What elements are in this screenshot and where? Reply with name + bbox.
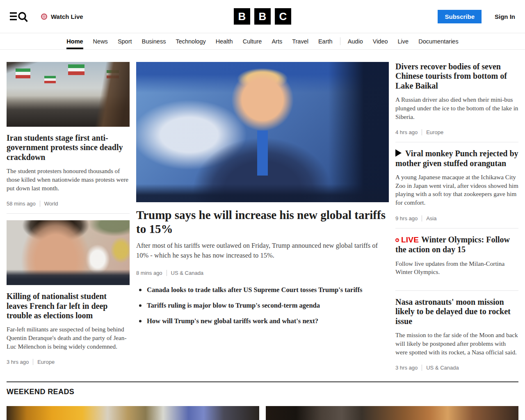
article-headline[interactable]: Iran students stage first anti-governmen… [7, 133, 130, 162]
nav-divider [340, 37, 340, 45]
page-header: Watch Live B B C Subscribe Sign In [0, 0, 525, 33]
nav-item-earth[interactable]: Earth [313, 33, 338, 49]
article-topic[interactable]: US & Canada [426, 365, 459, 371]
subscribe-button[interactable]: Subscribe [438, 10, 482, 23]
article-headline[interactable]: Viral monkey Punch rejected by mother gi… [395, 149, 518, 168]
story-divider [7, 213, 130, 214]
article-summary: A young Japanese macaque at the Ichikawa… [395, 173, 518, 207]
article-topic[interactable]: US & Canada [171, 270, 204, 276]
article-topic[interactable]: Asia [426, 215, 436, 221]
article-summary: Far-left militants are suspected of bein… [7, 325, 130, 351]
section-rule [7, 381, 518, 382]
meta-separator [422, 365, 422, 371]
meta-separator [422, 215, 422, 221]
article-meta: 4 hrs ago Europe [395, 129, 518, 135]
article-nasa-moon: Nasa astronauts' moon mission likely to … [395, 297, 518, 371]
watch-live-icon [41, 14, 47, 20]
weekend-reads-grid [7, 406, 518, 420]
article-image-iran-protest[interactable] [7, 62, 130, 127]
article-headline[interactable]: Nasa astronauts' moon mission likely to … [395, 297, 518, 326]
nav-item-home[interactable]: Home [62, 33, 88, 49]
sign-in-button[interactable]: Sign In [495, 13, 515, 20]
article-iran: Iran students stage first anti-governmen… [7, 62, 130, 207]
article-summary: A Russian driver also died when their mi… [395, 96, 518, 121]
article-topic[interactable]: Europe [426, 129, 443, 135]
article-french-student: Killing of nationalist student leaves Fr… [7, 220, 130, 365]
nav-item-health[interactable]: Health [211, 33, 238, 49]
article-timestamp: 9 hrs ago [395, 215, 418, 221]
nav-item-live[interactable]: Live [393, 33, 414, 49]
weekend-image-night-street[interactable] [7, 406, 259, 420]
nav-item-video[interactable]: Video [368, 33, 393, 49]
header-left-group: Watch Live [10, 10, 83, 23]
nav-item-technology[interactable]: Technology [171, 33, 210, 49]
watch-live-button[interactable]: Watch Live [41, 13, 83, 20]
main-article-headline[interactable]: Trump says he will increase his new glob… [136, 208, 389, 236]
article-summary: The student protesters honoured thousand… [7, 167, 130, 192]
nav-item-culture[interactable]: Culture [238, 33, 267, 49]
nav-item-news[interactable]: News [88, 33, 113, 49]
bbc-logo-letter: B [234, 8, 250, 25]
article-headline-text: Viral monkey Punch rejected by mother gi… [395, 149, 518, 167]
article-timestamp: 3 hrs ago [7, 359, 29, 365]
main-article-summary: After most of his tariffs were outlawed … [136, 241, 389, 260]
nav-item-audio[interactable]: Audio [343, 33, 368, 49]
story-divider [395, 290, 518, 291]
article-timestamp: 3 hrs ago [395, 365, 418, 371]
article-meta: 3 hrs ago Europe [7, 359, 130, 365]
article-meta: 9 hrs ago Asia [395, 215, 518, 221]
nav-item-sport[interactable]: Sport [113, 33, 137, 49]
related-story-link[interactable]: Canada looks to trade talks after US Sup… [136, 286, 389, 294]
watch-live-label: Watch Live [51, 13, 83, 20]
live-badge: LIVE [395, 235, 419, 244]
primary-nav: Home News Sport Business Technology Heal… [0, 33, 525, 50]
meta-separator [422, 129, 422, 135]
article-monkey-punch: Viral monkey Punch rejected by mother gi… [395, 149, 518, 221]
menu-search-icon[interactable] [10, 10, 29, 23]
article-summary: The mission to the far side of the Moon … [395, 331, 518, 356]
story-divider [395, 142, 518, 142]
main-article-meta: 8 mins ago US & Canada [136, 270, 389, 276]
bbc-logo-letter: B [254, 8, 271, 25]
related-story-link[interactable]: How will Trump's new global tariffs work… [136, 317, 389, 326]
article-timestamp: 8 mins ago [136, 270, 162, 276]
article-topic[interactable]: Europe [37, 359, 55, 365]
related-stories-list: Canada looks to trade talks after US Sup… [136, 286, 389, 325]
article-image-trump[interactable] [136, 62, 389, 202]
section-title: WEEKEND READS [7, 388, 518, 396]
center-column: Trump says he will increase his new glob… [136, 62, 389, 371]
header-right-group: Subscribe Sign In [438, 10, 515, 23]
article-meta: 3 hrs ago US & Canada [395, 365, 518, 371]
right-column: Divers recover bodies of seven Chinese t… [395, 62, 518, 371]
article-summary: Follow live updates from the Milan-Corti… [395, 260, 518, 276]
play-icon [395, 149, 402, 157]
article-timestamp: 4 hrs ago [395, 129, 418, 135]
top-stories-grid: Iran students stage first anti-governmen… [0, 50, 525, 371]
meta-separator [33, 359, 33, 365]
story-divider [395, 228, 518, 228]
nav-item-travel[interactable]: Travel [287, 33, 313, 49]
article-winter-olympics-live: LIVEWinter Olympics: Follow the action o… [395, 235, 518, 276]
article-topic[interactable]: World [44, 201, 58, 207]
article-headline[interactable]: Divers recover bodies of seven Chinese t… [395, 62, 518, 91]
weekend-image-dark-interior[interactable] [266, 406, 518, 420]
related-story-link[interactable]: Tariffs ruling is major blow to Trump's … [136, 301, 389, 310]
article-headline[interactable]: LIVEWinter Olympics: Follow the action o… [395, 235, 518, 255]
nav-item-documentaries[interactable]: Documentaries [413, 33, 463, 49]
nav-item-arts[interactable]: Arts [267, 33, 287, 49]
bbc-logo-letter: C [275, 8, 291, 25]
meta-separator [167, 270, 167, 276]
live-label: LIVE [401, 235, 419, 244]
live-dot-icon [395, 238, 399, 242]
article-image-student-portrait[interactable] [7, 220, 130, 285]
article-timestamp: 58 mins ago [7, 201, 36, 207]
left-column: Iran students stage first anti-governmen… [7, 62, 130, 371]
meta-separator [40, 201, 40, 207]
nav-item-business[interactable]: Business [137, 33, 171, 49]
bbc-logo[interactable]: B B C [234, 8, 291, 25]
article-meta: 58 mins ago World [7, 201, 130, 207]
article-lake-baikal: Divers recover bodies of seven Chinese t… [395, 62, 518, 135]
weekend-reads-section: WEEKEND READS [7, 381, 518, 420]
article-headline[interactable]: Killing of nationalist student leaves Fr… [7, 292, 130, 320]
